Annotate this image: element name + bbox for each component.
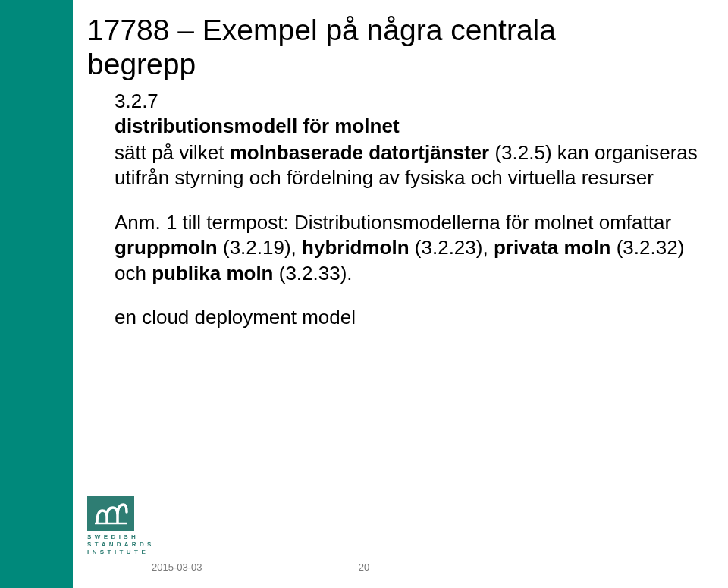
logo-text-line2: S T A N D A R D S <box>87 541 152 549</box>
slide-title: 17788 – Exempel på några centrala begrep… <box>87 14 705 82</box>
title-line-1: 17788 – Exempel på några centrala <box>87 14 556 46</box>
logo-text-line3: I N S T I T U T E <box>87 549 152 556</box>
note-text: Anm. 1 till termpost: Distributionsmodel… <box>115 210 705 286</box>
left-accent-bar <box>0 0 73 588</box>
definition-part1: sätt på vilket <box>115 141 230 164</box>
note-part4: (3.2.33). <box>274 262 353 285</box>
logo-mark <box>87 496 134 531</box>
term-heading: distributionsmodell för molnet <box>115 115 705 138</box>
note-bold3: privata moln <box>494 236 611 259</box>
note-bold4: publika moln <box>152 262 273 285</box>
footer-date: 2015-03-03 <box>152 561 202 573</box>
note-prefix: Anm. 1 till termpost: Distributionsmodel… <box>115 211 671 234</box>
logo-text-line1: S W E D I S H <box>87 533 152 541</box>
slide-content: 17788 – Exempel på några centrala begrep… <box>87 14 705 329</box>
section-number: 3.2.7 <box>115 90 705 113</box>
definition-bold1: molnbaserade datortjänster <box>230 141 489 164</box>
english-term: en cloud deployment model <box>115 306 705 329</box>
note-bold2: hybridmoln <box>302 236 410 259</box>
title-line-2: begrepp <box>87 48 196 80</box>
definition-text: sätt på vilket molnbaserade datortjänste… <box>115 140 705 191</box>
logo-text: S W E D I S H S T A N D A R D S I N S T … <box>87 533 152 556</box>
body-block: 3.2.7 distributionsmodell för molnet sät… <box>87 90 705 329</box>
logo: S W E D I S H S T A N D A R D S I N S T … <box>87 496 152 556</box>
footer-page-number: 20 <box>359 561 369 573</box>
note-part1: (3.2.19), <box>218 236 302 259</box>
note-part2: (3.2.23), <box>410 236 494 259</box>
sis-logo-icon <box>93 502 128 526</box>
note-bold1: gruppmoln <box>115 236 218 259</box>
